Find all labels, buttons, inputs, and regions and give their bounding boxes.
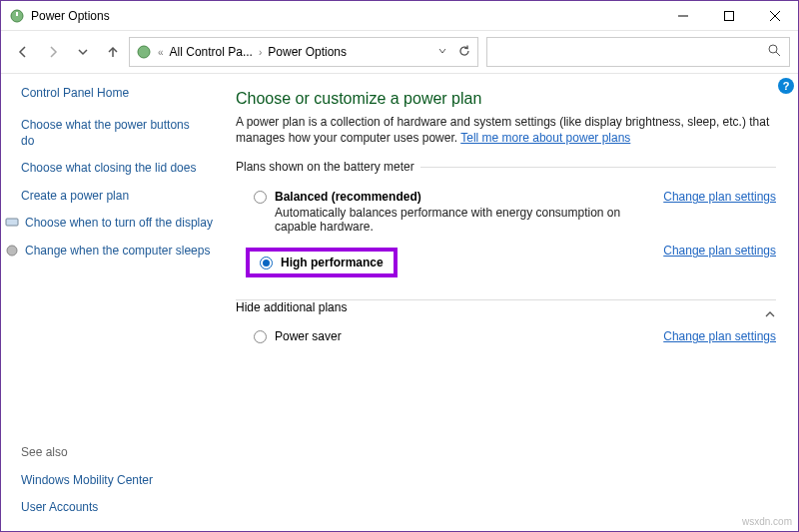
chevron-right-icon: › (259, 47, 262, 58)
watermark: wsxdn.com (742, 516, 792, 527)
svg-point-7 (138, 46, 150, 58)
sleep-icon (5, 244, 19, 258)
plan-power-saver[interactable]: Power saver Change plan settings (236, 323, 776, 347)
content-body: ? Control Panel Home Choose what the pow… (1, 74, 798, 532)
titlebar: Power Options (1, 1, 798, 31)
radio-high-performance[interactable] (260, 257, 273, 269)
plan-balanced-desc: Automatically balances performance with … (275, 206, 653, 234)
svg-point-11 (7, 246, 17, 256)
page-heading: Choose or customize a power plan (236, 90, 776, 108)
control-panel-icon (9, 8, 25, 24)
change-settings-high[interactable]: Change plan settings (663, 244, 776, 258)
plans-group-label: Plans shown on the battery meter (236, 160, 420, 174)
hide-additional-label: Hide additional plans (236, 300, 355, 314)
svg-rect-3 (725, 11, 734, 20)
radio-power-saver[interactable] (254, 330, 267, 343)
chevron-left-icon: « (158, 47, 164, 58)
sidebar-link-computer-sleeps[interactable]: Change when the computer sleeps (25, 244, 210, 260)
svg-point-8 (769, 45, 777, 53)
up-button[interactable] (99, 38, 127, 66)
dropdown-icon[interactable] (437, 45, 447, 59)
sidebar-link-power-buttons[interactable]: Choose what the power buttons do (21, 118, 206, 149)
display-off-icon (5, 216, 19, 230)
sidebar-link-create-plan[interactable]: Create a power plan (21, 189, 206, 205)
plan-balanced[interactable]: Balanced (recommended) Automatically bal… (236, 184, 776, 238)
search-input[interactable] (486, 37, 790, 67)
sidebar-link-mobility-center[interactable]: Windows Mobility Center (21, 473, 206, 489)
control-panel-home-link[interactable]: Control Panel Home (21, 86, 206, 100)
search-icon (768, 44, 781, 60)
address-bar[interactable]: « All Control Pa... › Power Options (129, 37, 478, 67)
breadcrumb-level1[interactable]: All Control Pa... (170, 45, 253, 59)
sidebar-link-closing-lid[interactable]: Choose what closing the lid does (21, 161, 206, 177)
svg-rect-1 (16, 12, 18, 16)
collapse-icon[interactable] (764, 308, 776, 323)
back-button[interactable] (9, 38, 37, 66)
navbar: « All Control Pa... › Power Options (1, 31, 798, 74)
plan-high-title: High performance (281, 256, 384, 269)
plans-group: Plans shown on the battery meter Balance… (236, 160, 776, 285)
plan-high-performance-row: High performance Change plan settings (236, 238, 776, 285)
minimize-button[interactable] (660, 1, 706, 31)
main-panel: Choose or customize a power plan A power… (216, 74, 798, 532)
radio-balanced[interactable] (254, 191, 267, 204)
learn-more-link[interactable]: Tell me more about power plans (460, 131, 630, 145)
forward-button[interactable] (39, 38, 67, 66)
breadcrumb-level2[interactable]: Power Options (268, 45, 347, 59)
hide-additional-plans[interactable]: Hide additional plans (236, 299, 776, 323)
window-title: Power Options (31, 9, 660, 23)
plan-balanced-title: Balanced (recommended) (275, 190, 653, 204)
plan-high-performance[interactable]: High performance (246, 248, 398, 277)
sidebar-link-turn-off-display[interactable]: Choose when to turn off the display (25, 216, 213, 232)
sidebar: Control Panel Home Choose what the power… (1, 74, 216, 532)
change-settings-saver[interactable]: Change plan settings (663, 329, 776, 343)
maximize-button[interactable] (706, 1, 752, 31)
recent-locations-button[interactable] (69, 38, 97, 66)
change-settings-balanced[interactable]: Change plan settings (663, 190, 776, 204)
sidebar-link-user-accounts[interactable]: User Accounts (21, 500, 206, 516)
svg-rect-10 (6, 219, 18, 226)
plan-saver-title: Power saver (275, 329, 653, 343)
svg-line-9 (776, 52, 780, 56)
refresh-button[interactable] (457, 44, 471, 61)
close-button[interactable] (752, 1, 798, 31)
control-panel-icon (136, 44, 152, 60)
page-description: A power plan is a collection of hardware… (236, 114, 776, 146)
see-also-heading: See also (21, 445, 206, 459)
